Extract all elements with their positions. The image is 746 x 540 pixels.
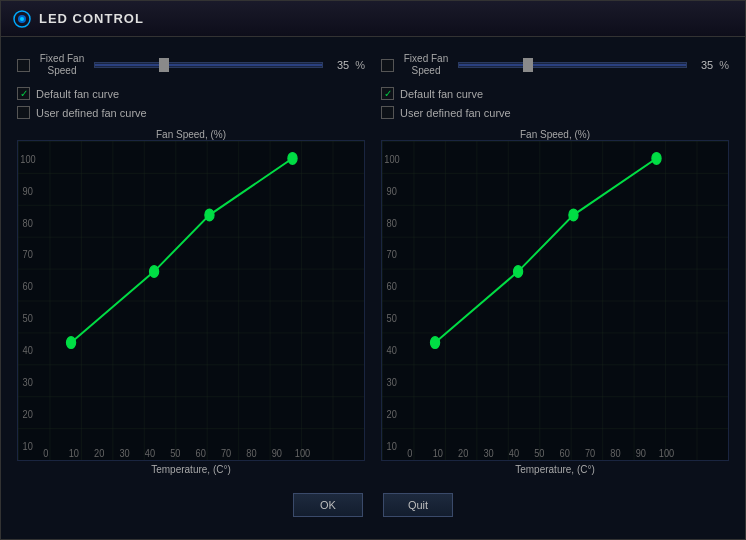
title-bar: LED CONTROL: [1, 1, 745, 37]
svg-point-29: [288, 153, 297, 165]
svg-text:70: 70: [23, 248, 33, 260]
left-fan-speed-unit: %: [355, 59, 365, 71]
left-user-curve-checkbox[interactable]: [17, 106, 30, 119]
svg-text:0: 0: [407, 447, 412, 459]
right-chart-x-label: Temperature, (C°): [515, 464, 595, 475]
svg-rect-31: [382, 141, 728, 460]
svg-text:100: 100: [659, 447, 675, 459]
left-slider-thumb[interactable]: [159, 58, 169, 72]
svg-text:90: 90: [636, 447, 646, 459]
right-chart-area[interactable]: 100 90 80 70 60 50 40 30 20 10 0 10: [381, 140, 729, 461]
left-fixed-fan-checkbox[interactable]: [17, 59, 30, 72]
right-user-curve-label: User defined fan curve: [400, 107, 511, 119]
right-chart-y-label: Fan Speed, (%): [520, 129, 590, 140]
svg-text:20: 20: [458, 447, 468, 459]
left-user-curve-row: User defined fan curve: [17, 106, 365, 119]
left-chart-y-label: Fan Speed, (%): [156, 129, 226, 140]
svg-text:60: 60: [196, 447, 206, 459]
right-slider-track: [459, 64, 686, 66]
svg-text:40: 40: [509, 447, 519, 459]
svg-text:90: 90: [387, 185, 397, 197]
svg-text:30: 30: [387, 376, 397, 388]
left-default-curve-row: Default fan curve: [17, 87, 365, 100]
svg-text:10: 10: [23, 440, 33, 452]
main-window: LED CONTROL Fixed Fan Speed 35 %: [0, 0, 746, 540]
left-chart-x-label: Temperature, (C°): [151, 464, 231, 475]
svg-text:50: 50: [387, 312, 397, 324]
left-chart-svg: 100 90 80 70 60 50 40 30 20 10 0: [18, 141, 364, 460]
svg-text:0: 0: [43, 447, 48, 459]
right-fan-speed-value: 35: [693, 59, 713, 71]
svg-text:50: 50: [534, 447, 544, 459]
svg-text:70: 70: [387, 248, 397, 260]
ok-button[interactable]: OK: [293, 493, 363, 517]
svg-text:30: 30: [483, 447, 493, 459]
right-chart-svg: 100 90 80 70 60 50 40 30 20 10 0 10: [382, 141, 728, 460]
svg-text:60: 60: [387, 280, 397, 292]
svg-text:20: 20: [23, 408, 33, 420]
quit-button[interactable]: Quit: [383, 493, 453, 517]
svg-text:30: 30: [119, 447, 129, 459]
left-default-curve-label: Default fan curve: [36, 88, 119, 100]
svg-text:80: 80: [610, 447, 620, 459]
left-chart-area[interactable]: 100 90 80 70 60 50 40 30 20 10 0: [17, 140, 365, 461]
svg-text:10: 10: [387, 440, 397, 452]
right-fan-speed-label: Fixed Fan Speed: [400, 53, 452, 77]
svg-point-53: [430, 337, 439, 349]
svg-text:100: 100: [295, 447, 311, 459]
svg-text:80: 80: [246, 447, 256, 459]
svg-point-2: [20, 17, 24, 21]
svg-text:20: 20: [94, 447, 104, 459]
right-user-curve-row: User defined fan curve: [381, 106, 729, 119]
right-chart-wrapper: Fan Speed, (%) 100 90: [381, 125, 729, 475]
svg-text:100: 100: [384, 153, 400, 165]
app-icon: [13, 10, 31, 28]
left-chart-wrapper: Fan Speed, (%) 100: [17, 125, 365, 475]
svg-text:90: 90: [23, 185, 33, 197]
svg-text:60: 60: [560, 447, 570, 459]
svg-text:20: 20: [387, 408, 397, 420]
svg-text:100: 100: [20, 153, 36, 165]
bottom-bar: OK Quit: [17, 483, 729, 527]
panels-row: Fixed Fan Speed 35 % Default fan curve: [17, 49, 729, 475]
right-slider-thumb[interactable]: [523, 58, 533, 72]
svg-text:40: 40: [145, 447, 155, 459]
right-fan-speed-row: Fixed Fan Speed 35 %: [381, 49, 729, 81]
svg-text:70: 70: [221, 447, 231, 459]
svg-point-55: [569, 209, 578, 221]
svg-text:80: 80: [23, 217, 33, 229]
svg-text:80: 80: [387, 217, 397, 229]
right-default-curve-label: Default fan curve: [400, 88, 483, 100]
svg-point-54: [513, 266, 522, 278]
window-title: LED CONTROL: [39, 11, 144, 26]
content-area: Fixed Fan Speed 35 % Default fan curve: [1, 37, 745, 539]
left-fan-speed-label: Fixed Fan Speed: [36, 53, 88, 77]
svg-point-26: [66, 337, 75, 349]
left-slider-track: [95, 64, 322, 66]
svg-text:50: 50: [23, 312, 33, 324]
right-user-curve-checkbox[interactable]: [381, 106, 394, 119]
right-default-curve-row: Default fan curve: [381, 87, 729, 100]
right-fan-speed-unit: %: [719, 59, 729, 71]
svg-text:90: 90: [272, 447, 282, 459]
svg-text:40: 40: [387, 344, 397, 356]
svg-text:50: 50: [170, 447, 180, 459]
svg-point-56: [652, 153, 661, 165]
left-default-curve-checkbox[interactable]: [17, 87, 30, 100]
svg-text:40: 40: [23, 344, 33, 356]
right-fixed-fan-checkbox[interactable]: [381, 59, 394, 72]
right-default-curve-checkbox[interactable]: [381, 87, 394, 100]
svg-text:30: 30: [23, 376, 33, 388]
left-user-curve-label: User defined fan curve: [36, 107, 147, 119]
left-fan-speed-slider[interactable]: [94, 62, 323, 68]
left-fan-speed-value: 35: [329, 59, 349, 71]
svg-text:70: 70: [585, 447, 595, 459]
left-fan-speed-row: Fixed Fan Speed 35 %: [17, 49, 365, 81]
right-fan-speed-slider[interactable]: [458, 62, 687, 68]
svg-text:60: 60: [23, 280, 33, 292]
svg-text:10: 10: [69, 447, 79, 459]
svg-point-28: [205, 209, 214, 221]
svg-rect-4: [18, 141, 364, 460]
right-panel: Fixed Fan Speed 35 % Default fan curve: [381, 49, 729, 475]
left-panel: Fixed Fan Speed 35 % Default fan curve: [17, 49, 365, 475]
